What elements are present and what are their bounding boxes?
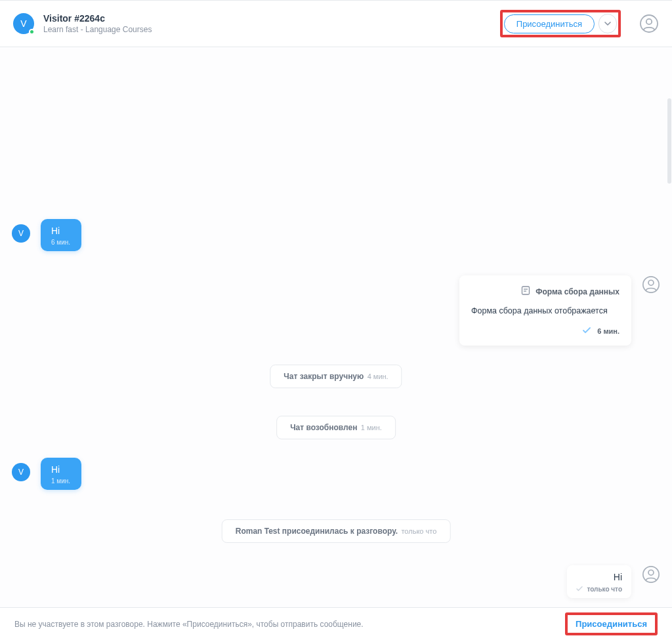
message-bubble[interactable]: Hi только что	[567, 565, 631, 598]
avatar-letter: V	[20, 18, 26, 29]
system-text: Чат закрыт вручную	[284, 372, 364, 381]
message-time: только что	[587, 586, 622, 593]
form-icon	[521, 286, 530, 297]
system-text: Чат возобновлен	[290, 423, 357, 432]
visitor-message: V Hi 6 мин.	[12, 219, 81, 251]
system-pill-closed: Чат закрыт вручную 4 мин.	[270, 365, 402, 388]
agent-avatar-icon	[642, 565, 660, 584]
join-button[interactable]: Присоединиться	[504, 14, 595, 33]
svg-point-6	[648, 280, 654, 285]
highlight-join-bottom: Присоединиться	[565, 612, 658, 635]
form-body: Форма сбора данных отображается	[471, 306, 620, 315]
message-text: Hi	[576, 572, 622, 582]
agent-avatar-icon	[642, 275, 660, 294]
scrollbar-thumb[interactable]	[667, 98, 671, 184]
svg-point-8	[648, 570, 654, 575]
message-text: Hi	[51, 226, 71, 236]
message-bubble[interactable]: Hi 1 мин.	[41, 458, 81, 490]
join-dropdown-button[interactable]	[598, 14, 617, 33]
system-pill-joined: Roman Test присоединилась к разговору. т…	[222, 519, 451, 543]
agent-message: Форма сбора данных Форма сбора данных от…	[459, 275, 660, 346]
chat-header: V Visitor #2264c Learn fast - Language C…	[0, 0, 672, 47]
highlight-join-top: Присоединиться	[500, 10, 621, 37]
chat-footer: Вы не участвуете в этом разговоре. Нажми…	[0, 607, 672, 640]
check-icon	[576, 585, 583, 593]
footer-note: Вы не участвуете в этом разговоре. Нажми…	[14, 620, 565, 629]
visitor-name: Visitor #2264c	[43, 13, 500, 24]
message-time: 6 мин.	[597, 327, 620, 335]
visitor-source: Learn fast - Language Courses	[43, 25, 500, 34]
visitor-message: V Hi 1 мин.	[12, 458, 81, 490]
chevron-down-icon	[604, 20, 611, 27]
message-bubble[interactable]: Hi 6 мин.	[41, 219, 81, 251]
chat-body[interactable]: V Hi 6 мин. Форма сбора данных Форма сбо…	[0, 47, 672, 607]
system-time: только что	[401, 527, 436, 535]
svg-point-1	[646, 19, 652, 24]
join-button-footer[interactable]: Присоединиться	[570, 616, 652, 631]
system-pill-resumed: Чат возобновлен 1 мин.	[276, 416, 396, 439]
operator-profile-button[interactable]	[639, 14, 659, 33]
check-icon	[583, 327, 591, 335]
online-status-dot	[29, 29, 35, 35]
form-title: Форма сбора данных	[536, 287, 620, 296]
message-time: 6 мин.	[51, 239, 71, 246]
message-time: 1 мин.	[51, 477, 71, 485]
svg-rect-2	[522, 287, 530, 294]
visitor-meta: Visitor #2264c Learn fast - Language Cou…	[43, 13, 500, 34]
visitor-avatar-small: V	[12, 224, 30, 243]
visitor-avatar[interactable]: V	[13, 13, 34, 34]
agent-message: Hi только что	[567, 565, 660, 598]
message-text: Hi	[51, 464, 71, 475]
form-card[interactable]: Форма сбора данных Форма сбора данных от…	[459, 275, 631, 346]
system-time: 1 мин.	[361, 424, 382, 431]
system-text: Roman Test присоединилась к разговору.	[236, 527, 398, 536]
visitor-avatar-small: V	[12, 463, 30, 481]
system-time: 4 мин.	[368, 372, 388, 380]
